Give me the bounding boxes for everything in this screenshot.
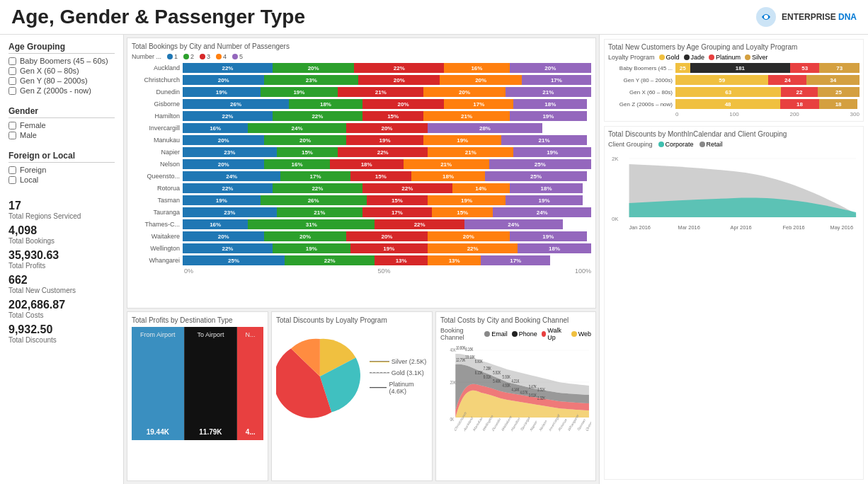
bookings-bar-row: Whangarei25%22%13%13%17% <box>132 255 591 266</box>
nc-bar: 18 <box>780 99 819 109</box>
checkbox-gen-z[interactable] <box>8 87 16 95</box>
nc-bar: 24 <box>768 75 806 85</box>
foreign-local-title: Foreign or Local <box>8 151 115 163</box>
city-label: Auckland <box>132 64 183 71</box>
bar-track: 25%22%13%13%17% <box>183 255 591 265</box>
svg-text:4.21K: 4.21K <box>511 379 519 384</box>
costs-chart: Total Costs by City and Booking Channel … <box>435 311 596 481</box>
filter-label: Baby Boomers (45 – 60s) <box>20 57 108 65</box>
bar-track: 16%24%20%28% <box>183 123 591 133</box>
legend-walkup: Walk Up <box>542 327 567 341</box>
nc-bar: 25 <box>675 63 690 73</box>
bar-segment: 26% <box>261 195 367 205</box>
legend-3: 3 <box>200 53 210 60</box>
n-value: 4... <box>237 428 263 436</box>
filter-male[interactable]: Male <box>8 131 115 139</box>
bar-track: 26%18%20%17%18% <box>183 99 591 109</box>
bar-track: 22%20%22%16%20% <box>183 63 591 73</box>
bookings-bar-row: Manukau20%20%19%19%21% <box>132 134 591 146</box>
bookings-bar-row: Thames-C...16%31%22%24% <box>132 219 591 230</box>
bookings-bar-row: Tasman19%26%15%19%19% <box>132 195 591 206</box>
nc-axis: 0 100 200 300 <box>608 111 860 117</box>
legend-email: Email <box>484 330 508 338</box>
bar-segment: 15% <box>362 111 424 121</box>
bar-segment: 24% <box>248 123 346 133</box>
city-label: Christchurch <box>132 76 183 83</box>
bar-segment: 19% <box>513 147 591 157</box>
nc-bar: 18 <box>819 99 858 109</box>
bar-segment: 19% <box>423 135 501 145</box>
bookings-bar-row: Invercargill16%24%20%28% <box>132 122 591 134</box>
checkbox-gen-x[interactable] <box>8 67 16 75</box>
checkbox-female[interactable] <box>8 122 16 129</box>
stat-bookings: 4,098 Total Bookings <box>8 224 115 245</box>
stats-section: 17 Total Regions Serviced 4,098 Total Bo… <box>8 200 115 348</box>
bar-segment: 22% <box>338 147 428 157</box>
bar-segment: 15% <box>432 207 493 217</box>
filter-label: Female <box>20 121 46 129</box>
foreign-local-filter: Foreign or Local Foreign Local <box>8 151 115 185</box>
checkbox-gen-y[interactable] <box>8 77 16 85</box>
legend-1: 1 <box>167 53 178 60</box>
monthly-chart-title: Total Discounts by MonthInCalendar and C… <box>608 130 860 138</box>
city-label: Manukau <box>132 137 183 144</box>
bar-track: 23%21%17%15%24% <box>183 207 591 217</box>
stat-regions: 17 Total Regions Serviced <box>8 200 115 220</box>
city-label: Whangarei <box>132 257 183 264</box>
checkbox-local[interactable] <box>8 176 16 184</box>
bar-segment: 13% <box>375 255 428 265</box>
stat-profits: 35,930.63 Total Profits <box>8 249 115 270</box>
svg-text:0K: 0K <box>612 216 619 222</box>
svg-text:Jan 2016: Jan 2016 <box>629 224 651 231</box>
bookings-bar-row: Christchurch20%23%20%20%17% <box>132 74 591 86</box>
checkbox-baby-boomers[interactable] <box>8 57 16 65</box>
nc-bars: 25 181 53 73 <box>675 63 860 73</box>
svg-text:Auckland: Auckland <box>463 415 474 432</box>
bar-segment: 20% <box>183 135 264 145</box>
city-label: Rotorua <box>132 185 183 192</box>
filter-baby-boomers[interactable]: Baby Boomers (45 – 60s) <box>8 57 115 65</box>
filter-foreign[interactable]: Foreign <box>8 166 115 174</box>
filter-local[interactable]: Local <box>8 175 115 184</box>
bar-segment: 21% <box>501 135 587 145</box>
legend-corporate: Corporate <box>658 141 694 148</box>
bookings-bar-row: Dunedin19%19%21%20%21% <box>132 86 591 98</box>
bar-segment: 17% <box>444 99 513 109</box>
filter-label: Male <box>20 131 37 139</box>
filter-gen-y[interactable]: Gen Y (80 – 2000s) <box>8 76 115 85</box>
svg-text:0K: 0K <box>450 416 454 422</box>
checkbox-foreign[interactable] <box>8 166 16 174</box>
stat-new-customers-label: Total New Customers <box>8 287 115 294</box>
filter-female[interactable]: Female <box>8 121 115 129</box>
svg-text:May 2016: May 2016 <box>830 224 853 231</box>
new-customers-chart: Total New Customers by Age Grouping and … <box>604 39 864 122</box>
bookings-bar-row: Nelson20%16%18%21%25% <box>132 159 591 170</box>
svg-text:Rotorua: Rotorua <box>558 417 567 432</box>
filter-gen-x[interactable]: Gen X (60 – 80s) <box>8 67 115 75</box>
bar-segment: 18% <box>513 99 587 109</box>
nc-bar: 53 <box>790 63 819 73</box>
bar-segment: 18% <box>510 183 583 193</box>
pie-legend-platinum: Platinum (4.6K) <box>370 381 428 395</box>
checkbox-male[interactable] <box>8 132 16 139</box>
bar-segment: 19% <box>506 195 583 205</box>
filter-gen-z[interactable]: Gen Z (2000s - now) <box>8 86 115 95</box>
nc-bar: 34 <box>806 75 860 85</box>
pie-legend: Silver (2.5K) Gold (3.1K) Platinum (4.6K… <box>370 358 428 395</box>
svg-text:3.51K: 3.51K <box>537 387 545 392</box>
city-label: Thames-C... <box>132 221 183 228</box>
bar-segment: 20% <box>183 159 264 169</box>
bar-segment: 22% <box>285 255 375 265</box>
header: Age, Gender & Passenger Type ENTERPRISE … <box>0 0 868 35</box>
svg-text:Dunedin: Dunedin <box>491 417 501 432</box>
bar-segment: 20% <box>362 99 444 109</box>
profits-chart: Total Profits by Destination Type From A… <box>127 311 268 481</box>
bar-segment: 22% <box>183 111 273 121</box>
bar-segment: 14% <box>452 183 510 193</box>
bar-track: 24%17%15%18%25% <box>183 171 591 181</box>
svg-text:3.61K: 3.61K <box>529 393 537 398</box>
legend-4: 4 <box>216 53 227 60</box>
legend-web: Web <box>571 330 591 338</box>
bookings-bar-row: Queensto...24%17%15%18%25% <box>132 171 591 182</box>
bar-track: 19%26%15%19%19% <box>183 195 591 205</box>
